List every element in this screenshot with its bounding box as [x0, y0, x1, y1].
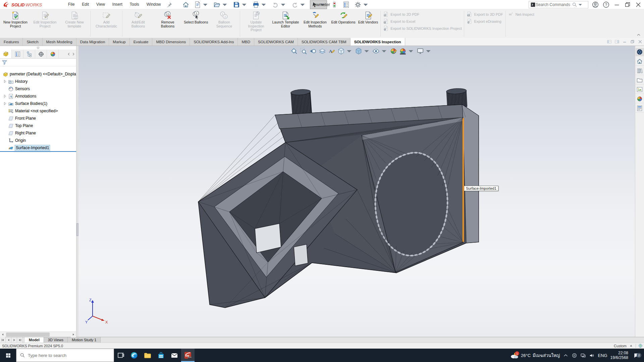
- pin-menu-icon[interactable]: [166, 1, 173, 8]
- volume-tray-icon[interactable]: [589, 353, 595, 358]
- open-button[interactable]: [213, 0, 229, 9]
- tab-solidworks-add-ins[interactable]: SOLIDWORKS Add-Ins: [190, 38, 238, 46]
- tree-item-front-plane[interactable]: Front Plane: [0, 115, 76, 122]
- menu-file[interactable]: File: [64, 0, 78, 9]
- tab-mesh-modeling[interactable]: Mesh Modeling: [43, 38, 76, 46]
- tab-evaluate[interactable]: Evaluate: [130, 38, 153, 46]
- new-document-button[interactable]: [193, 0, 210, 9]
- hide-show-items-button[interactable]: [372, 47, 388, 55]
- help-icon[interactable]: ?: [602, 1, 610, 8]
- dimxpertmanager-tab[interactable]: [35, 50, 47, 58]
- model-pwmeter[interactable]: [78, 46, 635, 337]
- graphics-viewport[interactable]: A Surface-Imported1 Z X Y: [78, 46, 635, 337]
- start-button[interactable]: [0, 349, 16, 362]
- view-orientation-button[interactable]: [337, 47, 354, 55]
- edit-vendors-button[interactable]: Edit Vendors: [357, 10, 380, 24]
- home-pane-button[interactable]: [636, 57, 644, 66]
- file-explorer-pane-button[interactable]: [636, 76, 644, 84]
- design-checker-button[interactable]: [330, 0, 339, 9]
- featuremanager-tab[interactable]: [0, 50, 12, 58]
- apply-scene-button[interactable]: [399, 47, 415, 55]
- next-tab-button[interactable]: [11, 337, 17, 343]
- edit-inspection-methods-button[interactable]: Edit Inspection Methods: [300, 10, 330, 28]
- window-restore-button[interactable]: [624, 1, 631, 8]
- menu-insert[interactable]: Insert: [109, 0, 126, 9]
- panel-grip[interactable]: [0, 46, 76, 50]
- folder-taskbar-button[interactable]: [141, 349, 154, 362]
- section-view-button[interactable]: [318, 47, 327, 55]
- taskbar-clock[interactable]: 22:08 19/6/2568: [610, 351, 628, 360]
- display-style-button[interactable]: [355, 47, 371, 55]
- remove-balloons-button[interactable]: 11Remove Balloons: [153, 10, 182, 28]
- tab-data-migration[interactable]: Data Migration: [76, 38, 109, 46]
- user-account-icon[interactable]: [592, 1, 599, 8]
- split-pane-right-icon[interactable]: [614, 39, 620, 44]
- web-help-globe-icon[interactable]: [638, 344, 643, 348]
- window-close-button[interactable]: [635, 1, 642, 8]
- onedrive-tray-icon[interactable]: [572, 353, 577, 358]
- tree-item-sensors[interactable]: Sensors: [0, 85, 76, 93]
- edit-appearance-button[interactable]: [389, 47, 398, 55]
- tree-item-surface-imported1[interactable]: Surface-Imported1: [0, 144, 76, 152]
- tab-markup[interactable]: Markup: [109, 38, 129, 46]
- tree-item-surface-bodies-1[interactable]: Surface Bodies(1): [0, 100, 76, 107]
- magnifier-icon[interactable]: [572, 2, 577, 7]
- previous-tab-button[interactable]: [6, 337, 11, 343]
- save-button[interactable]: [232, 0, 249, 9]
- scroll-left-button[interactable]: [0, 332, 5, 337]
- tab-solidworks-inspection[interactable]: SOLIDWORKS Inspection: [351, 38, 405, 46]
- network-tray-icon[interactable]: [580, 353, 586, 358]
- propertymanager-tab[interactable]: [12, 50, 23, 58]
- menu-edit[interactable]: Edit: [78, 0, 93, 9]
- unit-system-dropdown-icon[interactable]: [629, 344, 633, 348]
- scrollbar-thumb[interactable]: [6, 333, 50, 337]
- doc-tab-model[interactable]: Model: [25, 337, 44, 343]
- filter-funnel-icon[interactable]: [2, 60, 7, 65]
- edge-taskbar-button[interactable]: [127, 349, 141, 362]
- action-center-button[interactable]: 2: [631, 352, 641, 359]
- tree-item-material-not-specified[interactable]: Material <not specified>: [0, 107, 76, 115]
- tree-item-origin[interactable]: Origin: [0, 137, 76, 144]
- search-dropdown-icon[interactable]: [578, 2, 583, 7]
- tree-item-annotations[interactable]: AAnnotations: [0, 93, 76, 100]
- document-restore-icon[interactable]: [630, 39, 635, 44]
- settings-gear-button[interactable]: [354, 0, 370, 9]
- configurationmanager-tab[interactable]: [23, 50, 35, 58]
- tree-item-history[interactable]: History: [0, 78, 76, 85]
- zoom-fit-button[interactable]: [290, 47, 299, 55]
- panel-tabs-scroll-right-icon[interactable]: [71, 52, 75, 56]
- task-view-taskbar-button[interactable]: [114, 349, 127, 362]
- launch-template-editor-button[interactable]: Launch Template Editor: [271, 10, 300, 28]
- taskbar-search[interactable]: [16, 349, 114, 362]
- print-button[interactable]: [252, 0, 268, 9]
- mail-taskbar-button[interactable]: [168, 349, 181, 362]
- annotation-views-button[interactable]: A: [328, 47, 336, 55]
- panel-tabs-scroll-left-icon[interactable]: [67, 52, 71, 56]
- scroll-right-button[interactable]: [71, 332, 76, 337]
- taskbar-search-input[interactable]: [28, 353, 105, 358]
- view-palette-button[interactable]: [636, 85, 644, 94]
- tab-mbd[interactable]: MBD: [238, 38, 254, 46]
- tab-solidworks-cam-tbm[interactable]: SOLIDWORKS CAM TBM: [298, 38, 351, 46]
- displaymanager-tab[interactable]: [47, 50, 59, 58]
- unit-system-label[interactable]: Custom: [614, 344, 627, 348]
- home-button[interactable]: [181, 0, 190, 9]
- tree-item-right-plane[interactable]: Right Plane: [0, 129, 76, 137]
- tab-sketch[interactable]: Sketch: [23, 38, 42, 46]
- menu-view[interactable]: View: [93, 0, 109, 9]
- previous-view-button[interactable]: [309, 47, 317, 55]
- store-taskbar-button[interactable]: [154, 349, 168, 362]
- document-minimize-icon[interactable]: [622, 39, 627, 44]
- select-balloons-button[interactable]: 11Select Balloons: [182, 10, 209, 24]
- tab-features[interactable]: Features: [0, 38, 23, 46]
- resources-button[interactable]: [636, 48, 644, 56]
- menu-window[interactable]: Window: [143, 0, 165, 9]
- weather-widget[interactable]: 1 26°C มีเมฆส่วนใหญ่: [509, 351, 560, 360]
- command-search-input[interactable]: [536, 2, 572, 7]
- document-close-icon[interactable]: [638, 39, 643, 44]
- custom-properties-button[interactable]: [636, 104, 644, 113]
- split-pane-left-icon[interactable]: [607, 39, 612, 44]
- undo-button[interactable]: [271, 0, 287, 9]
- first-tab-button[interactable]: [0, 337, 6, 343]
- new-inspection-project-button[interactable]: New Inspection Project: [1, 10, 30, 28]
